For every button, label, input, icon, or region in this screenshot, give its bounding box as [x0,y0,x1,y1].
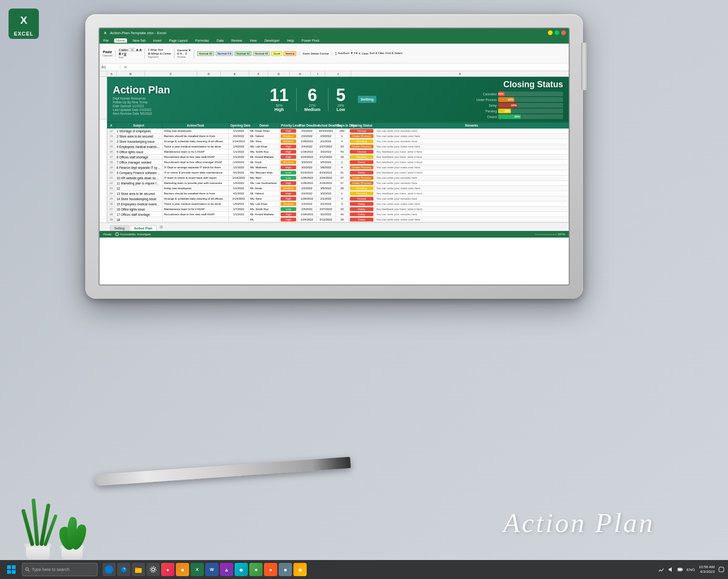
svg-rect-6 [7,565,11,569]
cell-plan-dl: 2/2/2022 [298,134,317,139]
taskbar-search[interactable]: Type here to search [22,563,98,576]
cell-plan-dl: 2/2/2022 [298,191,317,196]
close-btn[interactable] [561,30,566,35]
cell-status: Pending [349,139,375,144]
table-row: 22 11 Marketing plan is require for enti… [108,181,569,186]
cell-gaps: 27 [336,181,349,186]
taskbar-icon-8[interactable]: ◉ [293,563,307,576]
cell-subject: 11 Marketing plan is require for entire … [115,181,163,186]
table-row: 24 13 Store area to be secured Barriers … [108,191,569,196]
taskbar-icon-2[interactable]: ■ [176,563,189,576]
cell-actual-dl: 2/24/2022 [317,181,336,186]
col-subject: Subject [115,123,163,129]
cell-plan-dl: 2/4/2022 [298,144,317,149]
excel-icon: X EXCEL [9,9,39,39]
taskbar-icon-4[interactable]: ◆ [235,563,248,576]
stat-medium-pct: 27% [304,104,320,107]
cell-action: Maintenance team to fix it ASAP [163,149,229,155]
toolbar: Paste Clipboard Calibri 11 A A B I [100,44,569,64]
svg-rect-13 [135,568,138,569]
ribbon-tab-formulas[interactable]: Formulas [193,38,211,43]
cell-action: IT Dept to arrange separate IT block for… [163,165,229,170]
col-date: Opening Date [229,123,249,129]
cell-priority: High [280,155,298,160]
status-bar: Ready ! Accessibility: Investigate ─────… [100,231,569,238]
sheet-tab-setting[interactable]: Setting [110,225,129,231]
taskbar-icon-6[interactable]: ● [264,563,277,576]
cell-num: 13 [108,134,115,139]
cell-remarks: Any feedback you have, write it here [375,191,569,196]
formula-fx: fx [122,65,129,69]
cell-gaps: 23 [336,144,349,149]
cell-date: 1/4/2022 [229,181,249,186]
ribbon-tab-powerpivot[interactable]: Power Pivot [300,38,321,43]
taskbar-icon-5[interactable]: ★ [249,563,263,576]
cell-priority: High [280,165,298,170]
maximize-btn[interactable] [555,30,559,35]
col-actual-dl: Actual Deadline [317,123,336,129]
ribbon-tab-review[interactable]: Review [229,38,244,43]
col-plan-dl: Plan Deadline [298,123,317,129]
ribbon-tab-view[interactable]: View [248,38,259,43]
ribbon-tab-developer[interactable]: Developer [263,38,282,43]
cell-owner: Ms. Lee Southerland [249,181,280,186]
cell-date [229,217,249,222]
cell-owner: Mr. Arnold Mathew [249,212,280,217]
cell-actual-dl: 2/1/2022 [317,202,336,207]
cell-remarks: Any feedback you have, write it here [375,170,569,175]
add-sheet-btn[interactable]: ⊕ [159,224,163,230]
cell-priority: High [280,212,298,217]
ribbon-tab-insert[interactable]: Insert [151,38,164,43]
tablet-hinge [581,43,587,90]
cell-priority: High [280,181,298,186]
taskbar-edge-icon[interactable] [117,563,130,576]
minimize-btn[interactable] [548,30,553,35]
windows-taskbar: Type here to search ● ■ X W ▲ ◆ ★ ● ■ ◉ … [0,560,728,579]
cell-num: 20 [108,170,115,175]
col-num: # [108,123,115,129]
taskbar-icon-3[interactable]: ▲ [220,563,233,576]
cell-status: Delay [349,212,375,217]
status-ready: Ready [103,233,111,236]
sheet-tab-actionplan[interactable]: Action Plan [130,225,157,231]
table-row: 25 14 Store housekeeping issue Arrange &… [108,196,569,202]
cell-gaps: 4 [336,196,349,202]
cell-remarks: You can write your remarks here [375,181,569,186]
table-row: 20 9 Company Finance software is not wor… [108,170,569,175]
ribbon-tab-data[interactable]: Data [215,38,226,43]
cell-action [163,217,229,222]
taskbar-word-icon[interactable]: W [205,563,218,576]
cell-plan-dl: 2/4/2022 [298,207,317,212]
cell-subject: 3 Store housekeeping issue [115,139,163,144]
taskbar-icon-7[interactable]: ■ [279,563,292,576]
cell-num: 18 [108,160,115,165]
taskbar-cortana-icon[interactable] [102,563,116,576]
taskbar-explorer-icon[interactable] [132,563,145,576]
cell-num: 25 [108,196,115,202]
cell-actual-dl: 10/10/2022 [317,129,336,134]
cell-remarks: You can write your remarks here [375,212,569,217]
taskbar-icon-1[interactable]: ● [161,563,174,576]
cell-action: Recruitment dept to hire new staff ASAP [163,155,229,160]
cell-priority: High [280,149,298,155]
ribbon-tab-pagelayout[interactable]: Page Layout [167,38,190,43]
cell-remarks: Any feedback you have, write it here [375,149,569,155]
ribbon-tab-file[interactable]: File [101,38,110,43]
ribbon-tab-newtab[interactable]: New Tab [131,38,147,43]
cell-owner: Mr. Yahool [249,191,280,196]
cell-plan-dl: 2/2/2022 [298,186,317,191]
stat-medium-label: Medium [304,107,320,112]
action-plan-title: Action Plan [113,84,170,96]
ribbon-tab-help[interactable]: Help [285,38,296,43]
start-button[interactable] [4,562,19,577]
cell-num: 28 [108,212,115,217]
taskbar-settings-icon[interactable] [146,563,160,576]
table-row: 19 8 Finance dept separate IT system nee… [108,165,569,170]
cell-actual-dl: 6/23/2022 [317,170,336,175]
excel-label: EXCEL [14,31,34,37]
taskbar-excel-icon[interactable]: X [191,563,204,576]
cell-remarks: You can write your notes over here [375,144,569,149]
ribbon-tab-home[interactable]: Home [114,38,127,43]
cell-date: 1/14/2022 [229,196,249,202]
table-row: 29 18 Mr. High 1/24/2022 2/12/2022 19 De… [108,217,569,222]
